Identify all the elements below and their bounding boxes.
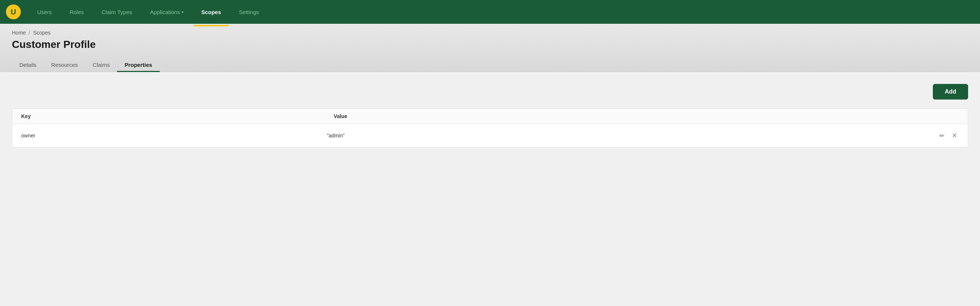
tab-resources[interactable]: Resources — [44, 58, 86, 72]
nav-link-applications[interactable]: Applications ▾ — [143, 6, 191, 18]
action-row: Add — [12, 84, 968, 100]
nav-link-roles[interactable]: Roles — [62, 6, 91, 18]
table-row: owner "admin" ✏ ✕ — [12, 124, 968, 147]
properties-table: Key Value owner "admin" ✏ ✕ — [12, 108, 968, 147]
column-key: Key — [21, 113, 334, 119]
tab-claims[interactable]: Claims — [86, 58, 118, 72]
breadcrumb-separator: / — [29, 30, 30, 36]
main-content: Add Key Value owner "admin" ✏ ✕ — [0, 72, 980, 306]
page-header: Home / Scopes Customer Profile Details R… — [0, 24, 980, 72]
app-logo[interactable]: U — [6, 5, 21, 19]
nav-link-users[interactable]: Users — [30, 6, 59, 18]
table-header: Key Value — [12, 109, 968, 124]
cell-value: "admin" — [327, 133, 938, 138]
tab-properties[interactable]: Properties — [117, 58, 159, 72]
breadcrumb-current: Scopes — [33, 30, 51, 36]
applications-dropdown-arrow: ▾ — [182, 10, 183, 14]
row-actions: ✏ ✕ — [938, 130, 959, 141]
breadcrumb-home[interactable]: Home — [12, 30, 25, 36]
tab-details[interactable]: Details — [12, 58, 44, 72]
add-button[interactable]: Add — [933, 84, 968, 100]
navbar: U Users Roles Claim Types Applications ▾… — [0, 0, 980, 24]
column-value: Value — [334, 113, 959, 119]
edit-icon[interactable]: ✏ — [938, 131, 946, 141]
breadcrumb: Home / Scopes — [12, 30, 968, 36]
cell-key: owner — [21, 133, 327, 138]
delete-icon[interactable]: ✕ — [950, 130, 959, 141]
nav-link-scopes[interactable]: Scopes — [194, 6, 229, 18]
nav-link-settings[interactable]: Settings — [231, 6, 266, 18]
nav-link-claim-types[interactable]: Claim Types — [94, 6, 140, 18]
tabs: Details Resources Claims Properties — [12, 58, 968, 72]
logo-letter: U — [11, 8, 16, 16]
nav-links: Users Roles Claim Types Applications ▾ S… — [30, 6, 974, 18]
page-title: Customer Profile — [12, 39, 968, 51]
